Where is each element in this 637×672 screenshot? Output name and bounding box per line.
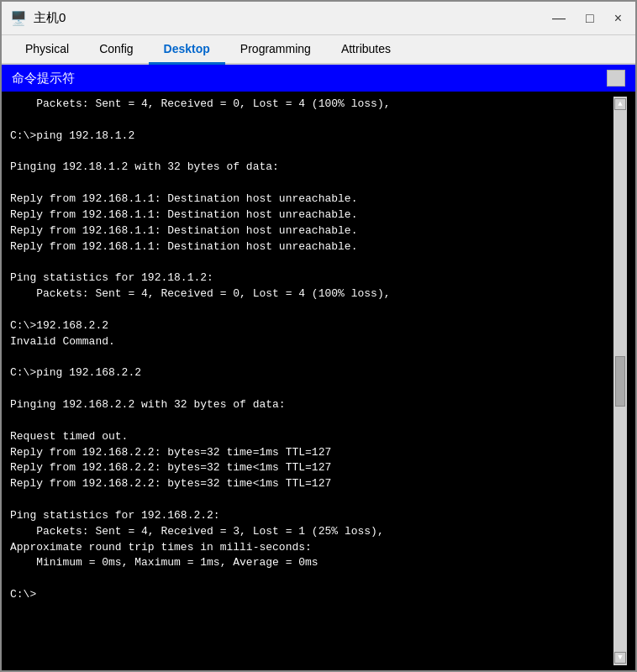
tab-desktop[interactable]: Desktop xyxy=(149,35,225,65)
title-controls: — □ × xyxy=(547,9,627,28)
scrollbar-thumb[interactable] xyxy=(615,356,625,407)
cmd-header-button[interactable] xyxy=(607,70,625,87)
window-title: 主机0 xyxy=(34,10,66,26)
tab-physical[interactable]: Physical xyxy=(10,35,84,65)
terminal-area: Packets: Sent = 4, Received = 0, Lost = … xyxy=(2,92,635,670)
tab-config[interactable]: Config xyxy=(84,35,148,65)
title-bar: 🖥️ 主机0 — □ × xyxy=(2,2,635,35)
title-bar-left: 🖥️ 主机0 xyxy=(10,10,66,27)
scroll-up-button[interactable]: ▲ xyxy=(614,98,626,110)
tab-attributes[interactable]: Attributes xyxy=(326,35,406,65)
minimize-button[interactable]: — xyxy=(547,9,571,28)
maximize-button[interactable]: □ xyxy=(581,9,599,28)
scrollbar: ▲ ▼ xyxy=(613,97,627,665)
close-button[interactable]: × xyxy=(609,9,627,28)
tabs-bar: Physical Config Desktop Programming Attr… xyxy=(2,35,635,65)
window-icon: 🖥️ xyxy=(10,10,27,27)
cmd-title: 命令提示符 xyxy=(12,71,75,87)
terminal-content[interactable]: Packets: Sent = 4, Received = 0, Lost = … xyxy=(10,97,613,665)
cmd-header: 命令提示符 xyxy=(2,65,635,92)
main-window: 🖥️ 主机0 — □ × Physical Config Desktop Pro… xyxy=(0,0,637,672)
tab-programming[interactable]: Programming xyxy=(225,35,326,65)
scroll-down-button[interactable]: ▼ xyxy=(614,652,626,664)
